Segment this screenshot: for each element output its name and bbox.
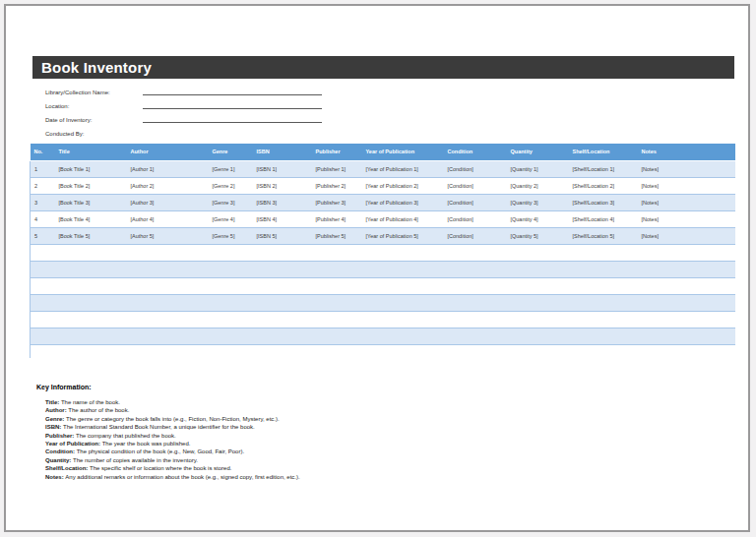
table-cell[interactable] (569, 294, 638, 311)
table-cell[interactable] (507, 344, 569, 358)
table-cell[interactable] (507, 294, 569, 311)
table-cell[interactable] (55, 244, 127, 261)
table-cell[interactable]: [Condition] (444, 160, 507, 177)
table-cell[interactable] (312, 311, 362, 328)
table-cell[interactable] (209, 328, 253, 344)
table-cell[interactable]: [Quantity 3] (507, 194, 569, 210)
table-cell[interactable] (362, 294, 444, 311)
table-cell[interactable] (209, 277, 253, 294)
table-cell[interactable]: [ISBN 2] (253, 177, 312, 194)
table-cell[interactable]: [Genre 5] (209, 227, 253, 244)
table-cell[interactable]: [Genre 2] (209, 177, 253, 194)
table-cell[interactable] (127, 277, 209, 294)
table-cell[interactable] (253, 311, 312, 328)
library-name-field[interactable] (143, 87, 322, 95)
table-cell[interactable] (312, 277, 362, 294)
table-cell[interactable] (127, 344, 209, 358)
table-cell[interactable]: [ISBN 5] (253, 227, 312, 244)
table-cell[interactable] (444, 261, 507, 277)
table-cell[interactable] (444, 294, 507, 311)
table-cell[interactable]: [Quantity 2] (507, 177, 569, 194)
table-cell[interactable] (127, 311, 209, 328)
table-cell[interactable]: [Author 2] (127, 177, 209, 194)
table-cell[interactable]: [Author 1] (127, 160, 209, 177)
table-cell[interactable]: [Notes] (638, 227, 735, 244)
table-cell[interactable]: [Shelf/Location 5] (569, 227, 638, 244)
table-cell[interactable] (638, 294, 735, 311)
table-cell[interactable]: [Publisher 4] (312, 210, 362, 227)
table-cell[interactable]: 3 (31, 194, 55, 210)
table-cell[interactable] (569, 344, 638, 358)
table-cell[interactable] (253, 261, 312, 277)
table-cell[interactable] (253, 294, 312, 311)
table-cell[interactable] (127, 294, 209, 311)
table-cell[interactable]: [Year of Publication 3] (362, 194, 444, 210)
table-cell[interactable] (31, 261, 55, 277)
table-cell[interactable]: [Book Title 2] (55, 177, 127, 194)
table-cell[interactable] (362, 244, 444, 261)
table-cell[interactable] (569, 311, 638, 328)
location-field[interactable] (143, 100, 322, 109)
table-cell[interactable] (31, 311, 55, 328)
table-cell[interactable] (55, 328, 127, 344)
table-cell[interactable]: [Year of Publication 5] (362, 227, 444, 244)
table-cell[interactable] (31, 277, 55, 294)
table-cell[interactable] (507, 311, 569, 328)
table-cell[interactable] (638, 277, 735, 294)
table-cell[interactable] (569, 328, 638, 344)
table-cell[interactable]: [Shelf/Location 4] (569, 210, 638, 227)
table-cell[interactable] (253, 328, 312, 344)
table-cell[interactable] (31, 344, 55, 358)
table-cell[interactable]: [ISBN 4] (253, 210, 312, 227)
table-cell[interactable] (507, 277, 569, 294)
table-cell[interactable] (362, 311, 444, 328)
table-cell[interactable]: [Notes] (638, 177, 735, 194)
table-cell[interactable]: 4 (31, 210, 55, 227)
table-cell[interactable]: [Shelf/Location 3] (569, 194, 638, 210)
table-cell[interactable] (127, 328, 209, 344)
table-cell[interactable] (638, 344, 735, 358)
table-cell[interactable]: [Publisher 1] (312, 160, 362, 177)
table-cell[interactable]: [Quantity 1] (507, 160, 569, 177)
table-cell[interactable]: [Condition] (444, 194, 507, 210)
table-cell[interactable] (507, 261, 569, 277)
table-cell[interactable]: [ISBN 3] (253, 194, 312, 210)
table-cell[interactable]: [Shelf/Location 2] (569, 177, 638, 194)
table-cell[interactable]: [Author 3] (127, 194, 209, 210)
table-cell[interactable]: [Notes] (638, 194, 735, 210)
inventory-date-field[interactable] (143, 114, 322, 123)
table-cell[interactable]: [Book Title 4] (55, 210, 127, 227)
table-cell[interactable] (55, 277, 127, 294)
table-cell[interactable] (569, 277, 638, 294)
table-cell[interactable]: [ISBN 1] (253, 160, 312, 177)
table-cell[interactable] (209, 244, 253, 261)
table-cell[interactable]: [Genre 4] (209, 210, 253, 227)
table-cell[interactable] (444, 244, 507, 261)
table-cell[interactable] (127, 261, 209, 277)
table-cell[interactable] (209, 344, 253, 358)
table-cell[interactable] (507, 244, 569, 261)
table-cell[interactable] (253, 244, 312, 261)
table-cell[interactable] (638, 261, 735, 277)
table-cell[interactable]: [Genre 1] (209, 160, 253, 177)
table-cell[interactable] (209, 294, 253, 311)
table-cell[interactable] (444, 311, 507, 328)
table-cell[interactable] (55, 294, 127, 311)
table-cell[interactable] (444, 328, 507, 344)
table-cell[interactable]: [Year of Publication 1] (362, 160, 444, 177)
table-cell[interactable]: [Author 5] (127, 227, 209, 244)
table-cell[interactable] (312, 261, 362, 277)
table-cell[interactable] (638, 328, 735, 344)
table-cell[interactable]: [Condition] (444, 177, 507, 194)
table-cell[interactable] (362, 261, 444, 277)
table-cell[interactable]: 1 (31, 160, 55, 177)
table-cell[interactable]: [Publisher 5] (312, 227, 362, 244)
table-cell[interactable]: [Book Title 1] (55, 160, 127, 177)
table-cell[interactable]: [Book Title 3] (55, 194, 127, 210)
table-cell[interactable] (127, 244, 209, 261)
table-cell[interactable] (444, 277, 507, 294)
table-cell[interactable] (55, 344, 127, 358)
table-cell[interactable]: [Shelf/Location 1] (569, 160, 638, 177)
table-cell[interactable] (444, 344, 507, 358)
table-cell[interactable] (31, 244, 55, 261)
